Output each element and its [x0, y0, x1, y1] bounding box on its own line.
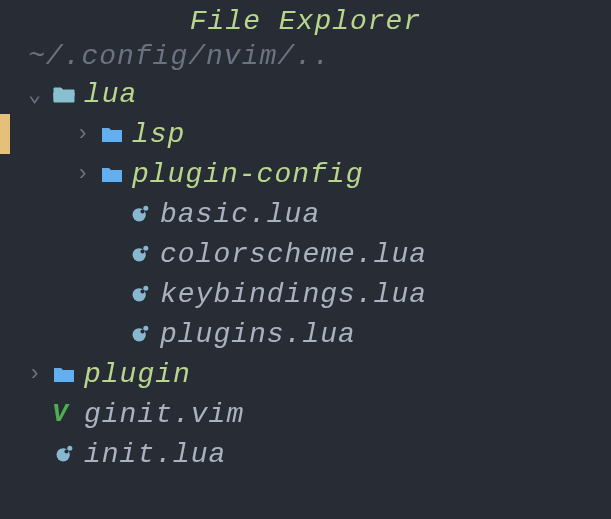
- chevron-right-icon: ›: [28, 362, 52, 387]
- folder-label: lsp: [132, 119, 185, 150]
- file-tree: ⌄ lua › lsp › plugin-config basic.lua co…: [0, 74, 611, 474]
- file-label: init.lua: [84, 439, 226, 470]
- vim-file-icon: V: [52, 399, 84, 429]
- file-label: plugins.lua: [160, 319, 356, 350]
- svg-point-5: [140, 249, 144, 253]
- chevron-right-icon: ›: [76, 162, 100, 187]
- folder-label: lua: [84, 79, 137, 110]
- folder-open-icon: [52, 84, 84, 104]
- svg-point-8: [140, 289, 144, 293]
- svg-point-14: [64, 449, 68, 453]
- folder-closed-icon: [100, 164, 132, 184]
- lua-file-icon: [128, 324, 160, 344]
- file-label: basic.lua: [160, 199, 320, 230]
- file-plugins-lua[interactable]: plugins.lua: [28, 314, 611, 354]
- file-keybindings-lua[interactable]: keybindings.lua: [28, 274, 611, 314]
- folder-label: plugin: [84, 359, 191, 390]
- folder-lua[interactable]: ⌄ lua: [28, 74, 611, 114]
- svg-point-11: [140, 329, 144, 333]
- folder-closed-icon: [100, 124, 132, 144]
- chevron-right-icon: ›: [76, 122, 100, 147]
- explorer-title: File Explorer: [0, 4, 611, 39]
- svg-point-13: [67, 446, 72, 451]
- file-init-lua[interactable]: init.lua: [28, 434, 611, 474]
- lua-file-icon: [128, 244, 160, 264]
- lua-file-icon: [128, 284, 160, 304]
- file-colorscheme-lua[interactable]: colorscheme.lua: [28, 234, 611, 274]
- file-label: colorscheme.lua: [160, 239, 427, 270]
- svg-point-4: [143, 246, 148, 251]
- folder-plugin[interactable]: › plugin: [28, 354, 611, 394]
- file-label: keybindings.lua: [160, 279, 427, 310]
- svg-point-10: [143, 326, 148, 331]
- folder-plugin-config[interactable]: › plugin-config: [28, 154, 611, 194]
- svg-point-7: [143, 286, 148, 291]
- chevron-down-icon: ⌄: [28, 81, 52, 108]
- file-label: ginit.vim: [84, 399, 244, 430]
- file-basic-lua[interactable]: basic.lua: [28, 194, 611, 234]
- lua-file-icon: [52, 444, 84, 464]
- file-ginit-vim[interactable]: V ginit.vim: [28, 394, 611, 434]
- svg-point-1: [143, 206, 148, 211]
- svg-point-2: [140, 209, 144, 213]
- folder-lsp[interactable]: › lsp: [28, 114, 611, 154]
- folder-label: plugin-config: [132, 159, 363, 190]
- lua-file-icon: [128, 204, 160, 224]
- folder-closed-icon: [52, 364, 84, 384]
- current-path: ~/.config/nvim/..: [0, 39, 611, 74]
